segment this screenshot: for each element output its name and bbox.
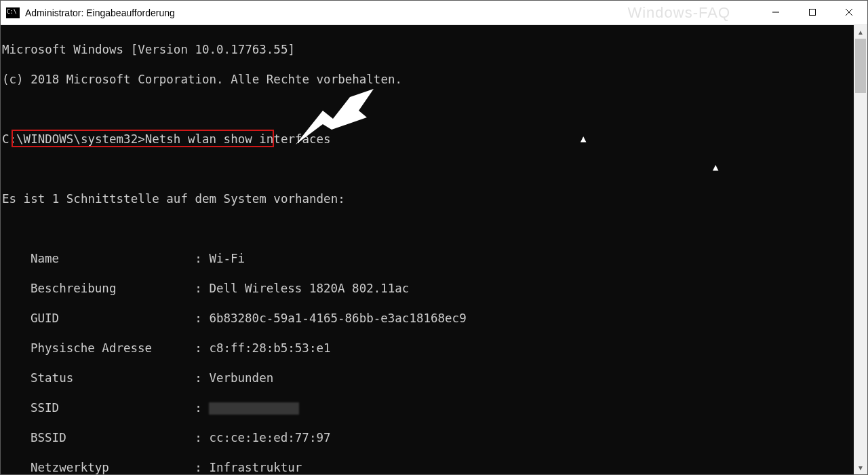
maximize-icon <box>808 7 816 19</box>
command-line: C:\WINDOWS\system32>Netsh wlan show inte… <box>1 132 854 147</box>
cmd-icon <box>6 7 20 18</box>
prompt-path: C:\WINDOWS\system32> <box>2 132 145 147</box>
titlebar[interactable]: Administrator: Eingabeaufforderung Windo… <box>1 1 867 25</box>
window-controls <box>757 1 867 24</box>
field-description: Beschreibung : Dell Wireless 1820A 802.1… <box>1 281 854 296</box>
blank-line <box>1 102 854 117</box>
maximize-button[interactable] <box>794 1 831 24</box>
field-name: Name : Wi-Fi <box>1 251 854 266</box>
blank-line <box>1 221 854 236</box>
scroll-up-button[interactable]: ▲ <box>854 25 867 39</box>
cmd-window: Administrator: Eingabeaufforderung Windo… <box>0 0 868 475</box>
field-ssid: SSID : <box>1 400 854 415</box>
censored-ssid <box>209 402 299 415</box>
banner-line: Microsoft Windows [Version 10.0.17763.55… <box>1 42 854 57</box>
scroll-down-button[interactable]: ▼ <box>854 461 867 474</box>
minimize-icon <box>772 7 780 19</box>
close-button[interactable] <box>831 1 867 24</box>
field-physical-address: Physische Adresse : c8:ff:28:b5:53:e1 <box>1 341 854 356</box>
close-icon <box>845 7 853 19</box>
watermark-text: Windows-FAQ <box>627 4 730 22</box>
interface-count-line: Es ist 1 Schnittstelle auf dem System vo… <box>1 191 854 206</box>
window-title: Administrator: Eingabeaufforderung <box>25 7 175 18</box>
field-guid: GUID : 6b83280c-59a1-4165-86bb-e3ac18168… <box>1 311 854 326</box>
entered-command: Netsh wlan show interfaces <box>145 132 331 147</box>
blank-line <box>1 162 854 176</box>
scroll-thumb[interactable] <box>855 39 866 93</box>
field-network-type: Netzwerktyp : Infrastruktur <box>1 460 854 474</box>
copyright-line: (c) 2018 Microsoft Corporation. Alle Rec… <box>1 72 854 87</box>
terminal-output[interactable]: Microsoft Windows [Version 10.0.17763.55… <box>1 25 854 474</box>
vertical-scrollbar[interactable]: ▲ ▼ <box>854 25 867 474</box>
field-bssid: BSSID : cc:ce:1e:ed:77:97 <box>1 430 854 445</box>
minimize-button[interactable] <box>757 1 794 24</box>
svg-rect-1 <box>810 9 816 15</box>
field-status: Status : Verbunden <box>1 370 854 385</box>
scroll-track[interactable] <box>854 39 867 461</box>
terminal-area: Microsoft Windows [Version 10.0.17763.55… <box>1 25 867 474</box>
